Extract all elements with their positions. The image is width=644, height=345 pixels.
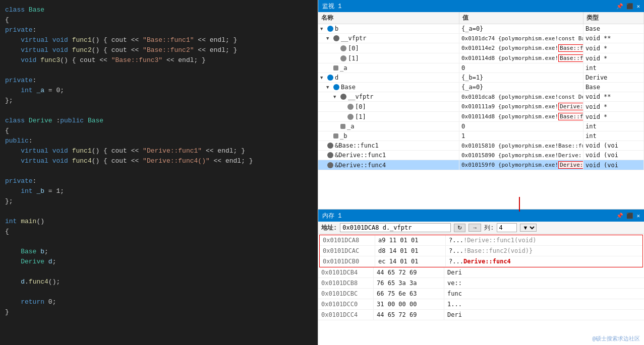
watch-row-d-vfptr-0[interactable]: [0] 0x010111a9 {polymorphism.exe!Derive:… [318, 102, 644, 112]
memory-titlebar: 内存 1 📌 ⬛ ✕ [318, 210, 644, 222]
code-line-18: private: [0, 176, 318, 186]
col-input[interactable] [497, 223, 517, 232]
code-line-11 [0, 106, 318, 116]
watch-row-d-base[interactable]: ▼ Base {_a=0} Base [318, 83, 644, 92]
memory-address-bar: 地址: ↻ → 列: ▼ [318, 222, 644, 234]
b-a-icon [333, 65, 338, 71]
code-line-19: int _b = 1; [0, 186, 318, 196]
b-icon [327, 26, 333, 32]
d-vfptr-icon [340, 94, 346, 100]
code-line-27 [0, 267, 318, 277]
memory-row-1[interactable]: 0x0101DCA8 a9 11 01 01 ?...!Derive::func… [320, 235, 642, 246]
watch-col-name: 名称 [318, 12, 459, 24]
code-line-23: { [0, 227, 318, 237]
mem-ascii-3: ?...Derive::func4 [446, 256, 642, 266]
code-line-31: } [0, 307, 318, 317]
watch-panel: 监视 1 📌 ⬛ ✕ 名称 值 类型 ▼ b {_a=0} [318, 0, 644, 209]
navigate-button[interactable]: → [469, 224, 481, 232]
mem-hex-7: 31 00 00 00 [374, 299, 444, 309]
mem-addr-8: 0x0101DCC4 [318, 310, 374, 320]
mem-hex-6: 66 75 6e 63 [374, 289, 444, 299]
mem-float-icon[interactable]: ⬛ [626, 213, 633, 219]
memory-title: 内存 1 [322, 212, 341, 220]
mem-close-icon[interactable]: ✕ [636, 213, 640, 219]
code-line-24 [0, 237, 318, 247]
watch-row-d-vfptr[interactable]: ▼ __vfptr 0x0101dca8 {polymorphism.exe!c… [318, 92, 644, 102]
mem-addr-2: 0x0101DCAC [320, 246, 375, 256]
code-line-20: }; [0, 196, 318, 206]
code-line-4: virtual void func1() { cout << "Base::fu… [0, 35, 318, 45]
code-line-9: int _a = 0; [0, 86, 318, 96]
expand-d-icon[interactable]: ▼ [320, 75, 327, 80]
expand-d-base-icon[interactable]: ▼ [326, 85, 333, 90]
code-line-26: Derive d; [0, 257, 318, 267]
base-func1-icon [327, 143, 333, 149]
code-line-15: virtual void func1() { cout << "Derive::… [0, 146, 318, 156]
watch-row-derive-func4[interactable]: &Derive::func4 0x010159f0 {polymorphism.… [318, 160, 644, 170]
d-vfptr-1-icon [347, 114, 354, 120]
expand-vfptr-b-icon[interactable]: ▼ [326, 36, 333, 41]
code-line-22: int main() [0, 217, 318, 227]
mem-ascii-1: ?...!Derive::func1(void) [446, 235, 642, 245]
refresh-button[interactable]: ↻ [454, 224, 465, 232]
mem-pin-icon[interactable]: 📌 [616, 213, 623, 219]
code-line-16: virtual void func4() { cout << "Derive::… [0, 156, 318, 166]
memory-row-5[interactable]: 0x0101DCB8 76 65 3a 3a ve:: [318, 278, 644, 289]
d-b-icon [333, 133, 338, 139]
code-line-25: Base b; [0, 247, 318, 257]
watch-row-d-b[interactable]: _b 1 int [318, 131, 644, 141]
code-line-30: return 0; [0, 297, 318, 307]
code-line-7 [0, 65, 318, 76]
code-line-29 [0, 287, 318, 297]
code-line-14: public: [0, 136, 318, 146]
close-icon[interactable]: ✕ [636, 3, 640, 10]
vfptr-b-icon [333, 35, 339, 41]
mem-addr-5: 0x0101DCB8 [318, 278, 374, 288]
float-icon[interactable]: ⬛ [626, 3, 633, 10]
watch-row-b[interactable]: ▼ b {_a=0} Base [318, 24, 644, 34]
watch-row-base-func1[interactable]: &Base::func1 0x01015810 {polymorphism.ex… [318, 141, 644, 151]
d-vfptr-0-icon [347, 104, 354, 110]
code-line-8: private: [0, 76, 318, 86]
watch-row-d-a[interactable]: _a 0 int [318, 122, 644, 131]
addr-label: 地址: [321, 224, 337, 232]
memory-row-2[interactable]: 0x0101DCAC d8 14 01 01 ?...!Base::func2(… [320, 246, 642, 256]
watch-row-derive-func1[interactable]: &Derive::func1 0x01015890 {polymorphism.… [318, 151, 644, 160]
d-base-icon [333, 84, 339, 90]
watch-table: 名称 值 类型 ▼ b {_a=0} Base ▼ __vfptr [318, 12, 644, 209]
watch-row-b-vfptr-1[interactable]: [1] 0x010114d8 {polymorphism.exe!Base::f… [318, 53, 644, 63]
memory-row-4[interactable]: 0x0101DCB4 44 65 72 69 Deri [318, 267, 644, 278]
watch-row-b-a[interactable]: _a 0 int [318, 63, 644, 73]
code-line-3: private: [0, 25, 318, 35]
derive-func4-icon [327, 162, 333, 168]
expand-d-vfptr-icon[interactable]: ▼ [333, 94, 340, 99]
mem-ascii-4: Deri [444, 267, 644, 278]
pin-icon[interactable]: 📌 [616, 3, 623, 10]
mem-addr-1: 0x0101DCA8 [320, 235, 375, 245]
memory-title-icons: 📌 ⬛ ✕ [616, 213, 640, 219]
address-input[interactable] [340, 223, 451, 232]
mem-ascii-2: ?...!Base::func2(void)} [446, 246, 642, 256]
code-line-21 [0, 206, 318, 217]
d-a-icon [340, 124, 345, 129]
memory-row-3[interactable]: 0x0101DCB0 ec 14 01 01 ?...Derive::func4 [320, 256, 642, 267]
memory-row-6[interactable]: 0x0101DCBC 66 75 6e 63 func [318, 289, 644, 299]
watch-row-d[interactable]: ▼ d {_b=1} Derive [318, 73, 644, 83]
mem-ascii-7: 1... [444, 299, 644, 309]
right-panels: 监视 1 📌 ⬛ ✕ 名称 值 类型 ▼ b {_a=0} [318, 0, 644, 345]
col-dropdown[interactable]: ▼ [520, 224, 537, 232]
code-line-28: d.func4(); [0, 277, 318, 287]
mem-hex-3: ec 14 01 01 [375, 256, 446, 266]
code-line-5: virtual void func2() { cout << "Base::fu… [0, 45, 318, 55]
watch-row-b-vfptr-0[interactable]: [0] 0x010114e2 {polymorphism.exe!Base::f… [318, 43, 644, 53]
code-line-12: class Derive :public Base [0, 116, 318, 126]
mem-ascii-8: Deri [444, 310, 644, 320]
memory-row-7[interactable]: 0x0101DCC0 31 00 00 00 1... [318, 299, 644, 310]
memory-panel: 内存 1 📌 ⬛ ✕ 地址: ↻ → 列: ▼ 0x0101DCA8 [318, 209, 644, 345]
watch-row-b-vfptr[interactable]: ▼ __vfptr 0x0101dc74 {polymorphism.exe!c… [318, 34, 644, 43]
watch-row-d-vfptr-1[interactable]: [1] 0x010114d8 {polymorphism.exe!Base::f… [318, 112, 644, 122]
memory-row-8[interactable]: 0x0101DCC4 44 65 72 69 Deri [318, 310, 644, 320]
expand-b-icon[interactable]: ▼ [320, 26, 327, 31]
code-line-13: { [0, 126, 318, 136]
watch-title-icons: 📌 ⬛ ✕ [616, 3, 640, 10]
